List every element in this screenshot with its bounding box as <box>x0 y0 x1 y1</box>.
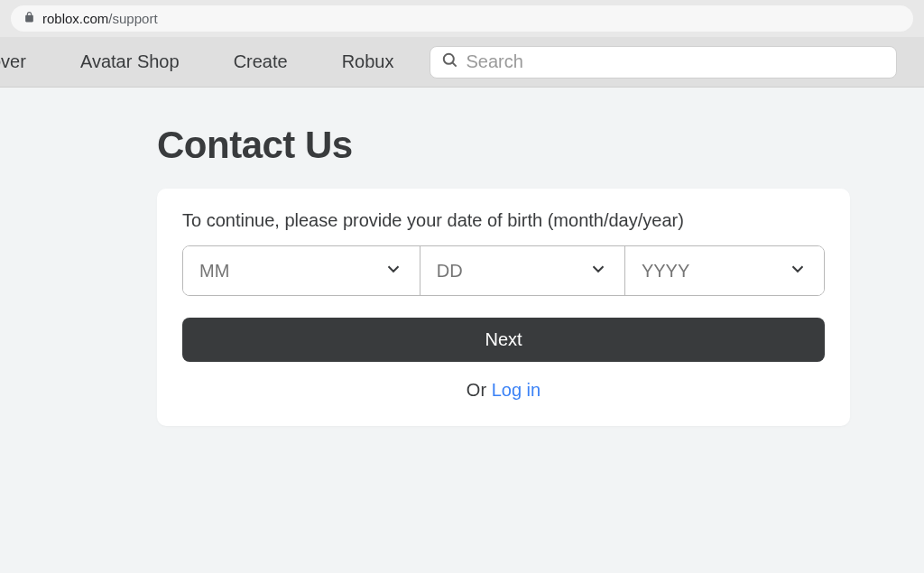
nav-link-avatar-shop[interactable]: Avatar Shop <box>53 44 207 79</box>
login-link[interactable]: Log in <box>492 380 541 400</box>
dob-day-select[interactable]: DD <box>420 246 625 295</box>
svg-point-0 <box>444 54 454 64</box>
dob-month-select[interactable]: MM <box>183 246 420 295</box>
search-input[interactable] <box>466 51 885 72</box>
url-text: roblox.com/support <box>42 11 158 26</box>
dob-year-select[interactable]: YYYY <box>625 246 824 295</box>
dob-prompt: To continue, please provide your date of… <box>182 210 825 231</box>
chevron-down-icon <box>788 259 808 282</box>
dob-day-label: DD <box>437 261 463 282</box>
nav-link-create[interactable]: Create <box>207 44 315 79</box>
dob-month-label: MM <box>199 261 229 282</box>
or-label: Or <box>467 380 492 400</box>
nav-header: cover Avatar Shop Create Robux <box>0 37 924 88</box>
dob-year-label: YYYY <box>642 261 689 282</box>
dob-card: To continue, please provide your date of… <box>157 189 850 426</box>
main-content: Contact Us To continue, please provide y… <box>0 88 924 426</box>
search-wrap <box>420 46 924 79</box>
lock-icon <box>23 11 35 26</box>
page-title: Contact Us <box>157 124 850 167</box>
url-domain: roblox.com <box>42 11 108 26</box>
chevron-down-icon <box>383 259 403 282</box>
dob-row: MM DD YYYY <box>182 245 825 296</box>
or-login-row: Or Log in <box>182 380 825 401</box>
svg-line-1 <box>453 63 457 67</box>
search-icon <box>441 51 458 72</box>
search-box[interactable] <box>430 46 897 79</box>
content-column: Contact Us To continue, please provide y… <box>157 124 850 426</box>
nav-link-discover[interactable]: cover <box>0 44 53 79</box>
chevron-down-icon <box>588 259 608 282</box>
nav-link-robux[interactable]: Robux <box>315 44 421 79</box>
url-path: /support <box>108 11 157 26</box>
next-button[interactable]: Next <box>182 318 825 362</box>
url-bar-inner[interactable]: roblox.com/support <box>11 5 913 32</box>
browser-url-bar: roblox.com/support <box>0 0 924 37</box>
